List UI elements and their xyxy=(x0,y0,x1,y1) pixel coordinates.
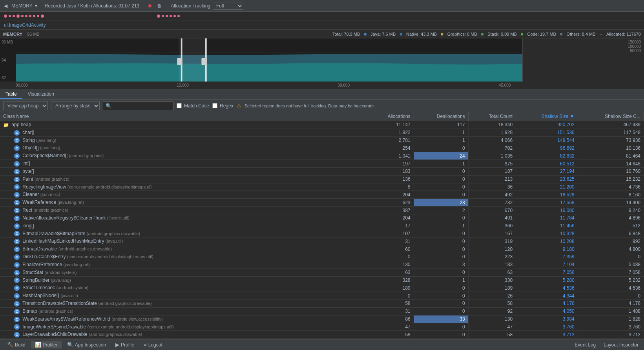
col-allocations[interactable]: Allocations xyxy=(368,112,414,121)
class-name-text: StructTimespec xyxy=(22,285,55,290)
cell-shallowc: 992 xyxy=(578,238,644,245)
cell-shallowc: 4,176 xyxy=(578,300,644,308)
cell-dealloc: 0 xyxy=(414,300,468,308)
event-log-button[interactable]: Event Log xyxy=(572,341,598,348)
status-tab-build[interactable]: 🔨 Build xyxy=(3,341,29,348)
cell-alloc: 189 xyxy=(368,284,414,292)
table-row: C ColorSpace$Named[] (android.graphics) … xyxy=(0,152,644,160)
table-row: C StructTimespec (android.system) 189018… xyxy=(0,284,644,292)
col-total-count[interactable]: Total Count xyxy=(468,112,516,121)
status-tab-logcat-label: Logcat xyxy=(148,342,162,348)
class-pkg-text: (sun.misc) xyxy=(40,192,60,197)
table-container[interactable]: Class Name Allocations Deallocations Tot… xyxy=(0,112,644,339)
status-tab-profile-label: Profile xyxy=(121,342,134,348)
class-pkg-text: (java.lang.ref) xyxy=(63,262,89,267)
table-row: C WeakReference (java.lang.ref) 62323732… xyxy=(0,199,644,207)
cell-dealloc: 1 xyxy=(414,222,468,230)
table-row: C DiskLruCache$Entry (com.example.androi… xyxy=(0,253,644,261)
timeline-dot-right xyxy=(173,15,176,17)
class-pkg-text: (android.system) xyxy=(44,270,77,275)
arrange-select[interactable]: Arrange by class xyxy=(51,102,100,110)
cell-alloc: 47 xyxy=(368,323,414,331)
col-class-name[interactable]: Class Name xyxy=(0,112,368,121)
cell-shallowc: 4,800 xyxy=(578,245,644,253)
warning-icon: ⚠ xyxy=(237,103,241,109)
cell-class-name: C int[] xyxy=(0,160,368,168)
cell-alloc: 197 xyxy=(368,160,414,168)
cell-alloc: 63 xyxy=(368,268,414,276)
code-label: Code: 19.7 MB xyxy=(527,32,556,36)
cell-total: 92 xyxy=(468,307,516,315)
class-name-text: Rect xyxy=(22,207,32,213)
pause-button[interactable] xyxy=(147,4,153,8)
table-row: C BitmapDrawable$BitmapState (android.gr… xyxy=(0,230,644,238)
memory-dropdown-arrow: ▾ xyxy=(35,3,37,9)
heap-select[interactable]: View app heap xyxy=(3,102,48,110)
table-row: C LinkedHashMap$LinkedHashMapEntry (java… xyxy=(0,238,644,245)
cell-total: 360 xyxy=(468,222,516,230)
tab-table[interactable]: Table xyxy=(0,90,22,99)
col-shallow-size[interactable]: Shallow Size ▼ xyxy=(516,112,578,121)
regex-checkbox[interactable] xyxy=(212,103,217,108)
class-pkg-text: (android.graphics.drawable) xyxy=(58,247,112,251)
tab-visualization-label: Visualization xyxy=(28,91,54,97)
memory-chart[interactable]: 96 MB 64 32 150000 100000 50000 xyxy=(0,38,644,82)
time-0: 00.000 xyxy=(16,83,28,87)
memory-legend: Total: 78.9 MB ■ Java: 7.6 MB ■ Native: … xyxy=(332,32,641,36)
cell-class-name: C char[] xyxy=(0,129,368,136)
timeline-dot xyxy=(4,15,7,18)
layout-inspector-button[interactable]: Layout Inspector xyxy=(601,341,641,348)
status-tab-profile[interactable]: ▶ Profile xyxy=(111,341,138,348)
native-label: Native: 43.3 MB xyxy=(406,32,437,36)
class-name-text: int[] xyxy=(22,161,30,166)
cell-shallowc: 1,488 xyxy=(578,307,644,315)
table-row: C byte[] 183018727,19410,760 xyxy=(0,167,644,175)
code-legend-dot: ■ xyxy=(521,32,524,36)
cell-shallowc: 467,439 xyxy=(578,121,644,129)
table-row: C StringBuilder (java.lang) 32813305,280… xyxy=(0,276,644,284)
class-name-text: LayerDrawable$ChildDrawable xyxy=(22,332,87,337)
class-name-text: FinalizerReference xyxy=(22,262,62,267)
allocation-tracking-label: Allocation Tracking xyxy=(171,3,210,9)
status-tab-inspection[interactable]: 🔍 App Inspection xyxy=(63,341,110,348)
col-shallow-size-c[interactable]: Shallow Size C... xyxy=(578,112,644,121)
back-button[interactable]: ◀ xyxy=(2,2,9,9)
total-label: Total: 78.9 MB xyxy=(332,32,360,36)
table-row: C StructStat (android.system) 630637,056… xyxy=(0,268,644,276)
cell-alloc: 17 xyxy=(368,222,414,230)
table-row: C Paint (android.graphics) 136021323,625… xyxy=(0,175,644,183)
table-row: C NativeAllocationRegistry$CleanerThunk … xyxy=(0,214,644,222)
cell-total: 120 xyxy=(468,245,516,253)
cell-alloc: 204 xyxy=(368,214,414,222)
search-input[interactable] xyxy=(103,102,173,110)
cell-total: 167 xyxy=(468,230,516,238)
allocation-tracking-select[interactable]: Full Sampled None xyxy=(213,2,243,10)
cell-alloc: 623 xyxy=(368,199,414,207)
match-case-label[interactable]: Match Case xyxy=(177,103,209,109)
cell-alloc: 328 xyxy=(368,276,414,284)
cell-shallowc: 4,536 xyxy=(578,284,644,292)
tab-visualization[interactable]: Visualization xyxy=(22,90,60,99)
cell-alloc: 0 xyxy=(368,253,414,261)
cell-total: 183 xyxy=(468,261,516,268)
record-dot xyxy=(148,4,151,7)
cell-shallow: 7,056 xyxy=(516,268,578,276)
timeline-dot xyxy=(13,15,15,17)
regex-label[interactable]: Regex xyxy=(212,103,234,109)
col-deallocations[interactable]: Deallocations xyxy=(414,112,468,121)
cell-dealloc: 2 xyxy=(414,207,468,214)
cell-alloc: 31 xyxy=(368,307,414,315)
match-case-checkbox[interactable] xyxy=(177,103,182,108)
cell-dealloc: 0 xyxy=(414,245,468,253)
cell-shallowc: 6,848 xyxy=(578,230,644,238)
match-case-text: Match Case xyxy=(184,103,209,109)
class-name-text: StringBuilder xyxy=(22,277,49,283)
timeline-dot xyxy=(9,15,11,17)
status-tab-profiler[interactable]: 📊 Profiler xyxy=(31,341,62,348)
delete-button[interactable]: 🗑 xyxy=(155,2,163,9)
timeline-bar xyxy=(0,12,644,20)
table-row: C Object[] (java.lang) 254070296,69210,1… xyxy=(0,144,644,152)
status-tab-logcat[interactable]: ≡ Logcat xyxy=(140,341,166,348)
svg-rect-7 xyxy=(179,38,205,82)
recording-label: Recorded Java / Kotlin Allocations: 01:0… xyxy=(45,3,140,9)
